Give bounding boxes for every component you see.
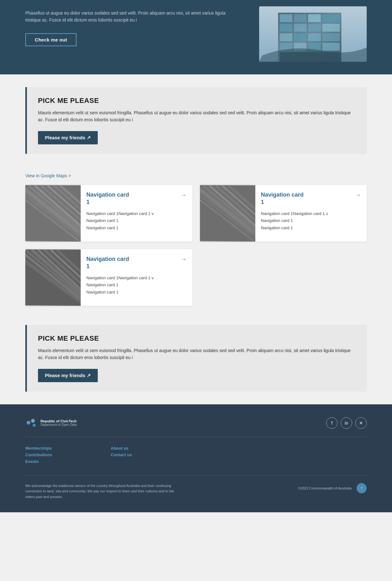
footer-logo-dept-name: Department of Open Data [40,423,77,426]
footer-top: Republic of CivicTech Department of Open… [25,417,367,437]
list-item: Navigation card 1 [261,225,361,231]
footer-nav-links: Memberships Contributions Events About u… [25,446,367,466]
list-item: Navigation card 1 [86,218,187,224]
nav-card-2-arrow-icon: → [355,192,361,199]
svg-point-53 [31,419,35,423]
footer-acknowledgement-text: We acknowledge the traditional owners of… [25,483,177,500]
banner-1-button[interactable]: Please my friends ↗ [38,131,98,144]
scroll-to-top-button[interactable]: ↑ [357,483,367,493]
svg-rect-13 [322,33,340,41]
nav-card-2-title-row: Navigation card1 → [261,191,361,206]
banner-2-button[interactable]: Please my friends ↗ [38,369,98,382]
svg-rect-5 [322,14,340,22]
nav-card-3-title-row: Navigation card1 → [86,256,187,270]
contact-us-link[interactable]: Contact us [111,452,196,457]
list-item: Navigation card 1 [86,289,187,295]
hero-check-button[interactable]: Check me out [25,33,77,46]
svg-rect-7 [294,24,307,32]
svg-rect-10 [280,33,292,41]
view-in-google-maps-link[interactable]: View in Google Maps > [25,173,71,178]
svg-rect-30 [25,186,81,241]
nav-card-2-image [200,185,255,242]
nav-card-3-title: Navigation card1 [86,256,129,270]
about-us-link[interactable]: About us [111,446,196,451]
memberships-link[interactable]: Memberships [25,446,111,451]
footer-logo-text: Republic of CivicTech Department of Open… [40,419,77,426]
nav-card-2-list: Navigation card 1Navigation card 1 v Nav… [261,211,361,231]
page-wrapper: Phasellus ut augue eu dolor varius sodal… [0,0,392,512]
footer-links-col3 [196,446,367,466]
list-item: Navigation card 1 [261,218,361,224]
svg-rect-6 [280,24,292,32]
nav-card-1-list: Navigation card 1Navigation card 1 v Nav… [86,211,187,231]
nav-card-1-title: Navigation card1 [86,191,129,206]
svg-point-52 [27,421,30,425]
linkedin-button[interactable]: in [341,417,352,429]
banner-card-2: PICK ME PLEASE Mauris elementum velit ut… [25,325,367,392]
footer: Republic of CivicTech Department of Open… [0,404,392,513]
footer-bottom-right: ©2022 Commonwealth of Australia ↑ [298,483,367,493]
nav-cards-section: Navigation card1 → Navigation card 1Navi… [0,182,392,319]
svg-rect-8 [308,24,321,32]
svg-rect-11 [294,33,307,41]
nav-card-1-title-row: Navigation card1 → [86,191,187,206]
list-item: Navigation card 1 [86,225,187,231]
footer-links-col1: Memberships Contributions Events [25,446,111,466]
svg-rect-2 [280,14,292,22]
nav-card-1-image [25,185,81,242]
contributions-link[interactable]: Contributions [25,452,111,457]
svg-rect-9 [322,24,340,32]
banner-1-body: Mauris elementum velit ut sem euismod fr… [38,109,356,123]
list-item: Navigation card 1Navigation card 1 v [261,211,361,217]
nav-card-3-list: Navigation card 1Navigation card 1 v Nav… [86,275,187,295]
svg-rect-51 [25,250,81,305]
hero-section: Phasellus ut augue eu dolor varius sodal… [0,0,392,74]
events-link[interactable]: Events [25,459,111,464]
nav-card-1-arrow-icon: → [181,192,187,199]
svg-point-54 [33,424,36,427]
nav-card-3-content: Navigation card1 → Navigation card 1Navi… [81,249,192,306]
svg-rect-3 [294,14,307,22]
banner-section-2: PICK ME PLEASE Mauris elementum velit ut… [0,319,392,404]
list-item: Navigation card 1Navigation card 1 v [86,275,187,281]
footer-social-links: f in ✕ [326,417,367,429]
banner-2-body: Mauris elementum velit ut sem euismod fr… [38,347,356,361]
svg-rect-41 [200,186,255,241]
twitter-button[interactable]: ✕ [355,417,367,429]
nav-card-2-content: Navigation card1 → Navigation card 1Navi… [255,185,367,242]
footer-copyright-text: ©2022 Commonwealth of Australia [298,486,352,490]
footer-logo-org-name: Republic of CivicTech [40,419,77,423]
nav-card-1-content: Navigation card1 → Navigation card 1Navi… [81,185,192,242]
footer-logo: Republic of CivicTech Department of Open… [25,417,77,429]
svg-rect-4 [308,14,321,22]
svg-rect-17 [322,43,340,51]
list-item: Navigation card 1Navigation card 1 v [86,211,187,217]
nav-card-1[interactable]: Navigation card1 → Navigation card 1Navi… [25,185,192,242]
banner-card-1: PICK ME PLEASE Mauris elementum velit ut… [25,87,367,154]
maps-section: View in Google Maps > [0,167,392,182]
hero-body-text: Phasellus ut augue eu dolor varius sodal… [25,9,240,24]
nav-cards-grid: Navigation card1 → Navigation card 1Navi… [25,185,367,306]
footer-bottom: We acknowledge the traditional owners of… [25,475,367,500]
nav-card-3[interactable]: Navigation card1 → Navigation card 1Navi… [25,249,192,306]
banner-2-title: PICK ME PLEASE [38,334,356,343]
banner-1-title: PICK ME PLEASE [38,97,356,105]
nav-card-3-arrow-icon: → [181,256,187,263]
hero-text-block: Phasellus ut augue eu dolor varius sodal… [25,6,240,46]
nav-card-3-image [25,249,81,306]
footer-links-col2: About us Contact us [111,446,196,466]
svg-rect-12 [308,33,321,41]
facebook-button[interactable]: f [326,417,338,429]
nav-card-2-title: Navigation card1 [261,191,304,206]
hero-building-image [259,6,367,62]
list-item: Navigation card 1 [86,282,187,288]
footer-logo-icon [25,417,37,429]
nav-card-2[interactable]: Navigation card1 → Navigation card 1Navi… [200,185,367,242]
banner-section-1: PICK ME PLEASE Mauris elementum velit ut… [0,74,392,167]
